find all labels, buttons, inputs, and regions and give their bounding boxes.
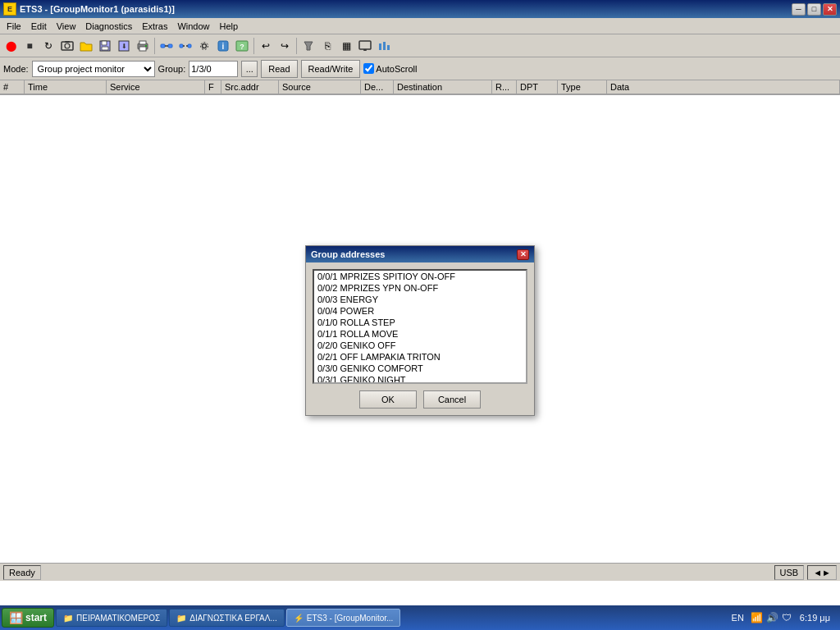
status-indicator: ◄► — [807, 565, 837, 580]
minimize-button[interactable]: ─ — [792, 3, 806, 16]
filter-button[interactable] — [299, 37, 317, 55]
chart-button[interactable] — [375, 37, 393, 55]
svg-rect-26 — [359, 41, 371, 49]
svg-point-11 — [145, 45, 147, 47]
window-title: ETS3 - [GroupMonitor1 (parasidis1)] — [20, 4, 175, 14]
col-f: F — [205, 80, 221, 94]
undo-button[interactable]: ↩ — [257, 37, 275, 55]
list-item[interactable]: 0/3/1 GENIKO NIGHT — [314, 374, 526, 384]
start-button[interactable]: 🪟 start — [2, 608, 54, 628]
antivirus-icon: 🛡 — [782, 612, 792, 623]
window-controls: ─ □ ✕ — [792, 3, 837, 16]
settings-button[interactable] — [195, 37, 213, 55]
svg-rect-10 — [139, 47, 146, 51]
read-button[interactable]: Read — [261, 60, 297, 78]
col-source: Source — [279, 80, 361, 94]
toolbar-2: Mode: Group project monitor Group: ... R… — [0, 57, 840, 80]
clock: 6:19 μμ — [795, 613, 835, 623]
dialog-buttons: OK Cancel — [313, 390, 527, 409]
mode-select[interactable]: Group project monitor — [32, 61, 155, 77]
col-service: Service — [107, 80, 205, 94]
list-item[interactable]: 0/0/2 MPRIZES YPN ON-OFF — [314, 282, 526, 294]
svg-rect-30 — [383, 42, 386, 50]
svg-rect-29 — [379, 43, 381, 50]
status-right: USB ◄► — [774, 565, 837, 580]
status-connection: USB — [774, 565, 805, 580]
menu-edit[interactable]: Edit — [26, 20, 52, 33]
list-item[interactable]: 0/0/1 MPRIZES SPITIOY ON-OFF — [314, 271, 526, 282]
menu-diagnostics[interactable]: Diagnostics — [80, 20, 137, 33]
export-button[interactable]: ⬇ — [115, 37, 133, 55]
main-container: E ETS3 - [GroupMonitor1 (parasidis1)] ─ … — [0, 0, 840, 630]
list-item[interactable]: 0/0/3 ENERGY — [314, 294, 526, 305]
menu-help[interactable]: Help — [215, 20, 244, 33]
list-item[interactable]: 0/1/1 ROLLA MOVE — [314, 328, 526, 340]
list-item[interactable]: 0/3/0 GENIKO COMFORT — [314, 363, 526, 374]
menu-extras[interactable]: Extras — [137, 20, 172, 33]
speaker-icon: 🔊 — [766, 612, 778, 623]
screenshot-button[interactable] — [58, 37, 76, 55]
menu-view[interactable]: View — [52, 20, 81, 33]
col-dpt: DPT — [517, 80, 558, 94]
svg-rect-4 — [102, 41, 107, 45]
svg-rect-31 — [387, 45, 390, 50]
restore-button[interactable]: □ — [807, 3, 821, 16]
readwrite-button[interactable]: Read/Write — [301, 60, 361, 78]
redo-button[interactable]: ↪ — [276, 37, 294, 55]
open-folder-button[interactable] — [77, 37, 95, 55]
save-button[interactable] — [96, 37, 114, 55]
svg-rect-5 — [102, 47, 108, 50]
separator-2 — [253, 38, 254, 54]
title-bar: E ETS3 - [GroupMonitor1 (parasidis1)] ─ … — [0, 0, 840, 18]
cancel-button[interactable]: Cancel — [423, 390, 481, 409]
copy-button[interactable]: ⎘ — [318, 37, 336, 55]
app-icon: E — [3, 2, 16, 16]
info-button[interactable]: i — [214, 37, 232, 55]
svg-rect-12 — [161, 44, 165, 48]
help-button[interactable]: ? — [233, 37, 251, 55]
list-item[interactable]: 0/0/4 POWER — [314, 305, 526, 317]
record-stop-button[interactable]: ⬤ — [2, 37, 20, 55]
col-time: Time — [25, 80, 107, 94]
connect-button[interactable] — [158, 37, 176, 55]
grid-button[interactable]: ▦ — [337, 37, 355, 55]
taskbar-item-1[interactable]: 📁 ΔΙΑΓΝΩΣΤΙΚΑ ΕΡΓΑΛ... — [169, 609, 285, 627]
status-ready: Ready — [3, 565, 41, 580]
col-r: R... — [492, 80, 517, 94]
list-item[interactable]: 0/1/0 ROLLA STEP — [314, 317, 526, 328]
group-input[interactable] — [189, 61, 238, 77]
autoscroll-checkbox[interactable] — [363, 63, 374, 74]
svg-marker-25 — [304, 42, 313, 50]
svg-point-19 — [203, 43, 207, 48]
close-button[interactable]: ✕ — [823, 3, 837, 16]
menu-file[interactable]: File — [2, 20, 26, 33]
content-area: # Time Service F Src.addr Source De... D… — [0, 80, 840, 605]
col-hash: # — [0, 80, 25, 94]
dialog-title: Group addresses — [311, 249, 385, 259]
status-bar: Ready USB ◄► — [0, 563, 840, 581]
language-indicator: EN — [728, 613, 747, 623]
svg-rect-16 — [188, 44, 191, 48]
col-destination: Destination — [394, 80, 492, 94]
mode-label: Mode: — [3, 64, 29, 74]
svg-text:i: i — [222, 42, 225, 51]
group-addresses-list[interactable]: 0/0/1 MPRIZES SPITIOY ON-OFF 0/0/2 MPRIZ… — [313, 269, 527, 384]
menu-window[interactable]: Window — [172, 20, 214, 33]
taskbar-item-0[interactable]: 📁 ΠΕΙΡΑΜΑΤΙΚΟΜΕΡΟΣ — [56, 609, 167, 627]
autoscroll-label[interactable]: AutoScroll — [363, 63, 417, 74]
taskbar-item-2[interactable]: ⚡ ETS3 - [GroupMonitor... — [286, 609, 401, 627]
svg-point-1 — [65, 43, 70, 48]
svg-rect-13 — [168, 44, 172, 48]
monitor-btn[interactable] — [356, 37, 374, 55]
ellipsis-button[interactable]: ... — [241, 61, 258, 77]
col-srcaddr: Src.addr — [221, 80, 279, 94]
record-start-button[interactable]: ■ — [21, 37, 39, 55]
ok-button[interactable]: OK — [359, 390, 417, 409]
col-data: Data — [607, 80, 840, 94]
list-item[interactable]: 0/2/0 GENIKO OFF — [314, 340, 526, 351]
print-button[interactable] — [134, 37, 152, 55]
dialog-close-button[interactable]: ✕ — [517, 249, 529, 260]
disconnect-button[interactable] — [176, 37, 194, 55]
refresh-button[interactable]: ↻ — [39, 37, 57, 55]
list-item[interactable]: 0/2/1 OFF LAMPAKIA TRITON — [314, 351, 526, 363]
